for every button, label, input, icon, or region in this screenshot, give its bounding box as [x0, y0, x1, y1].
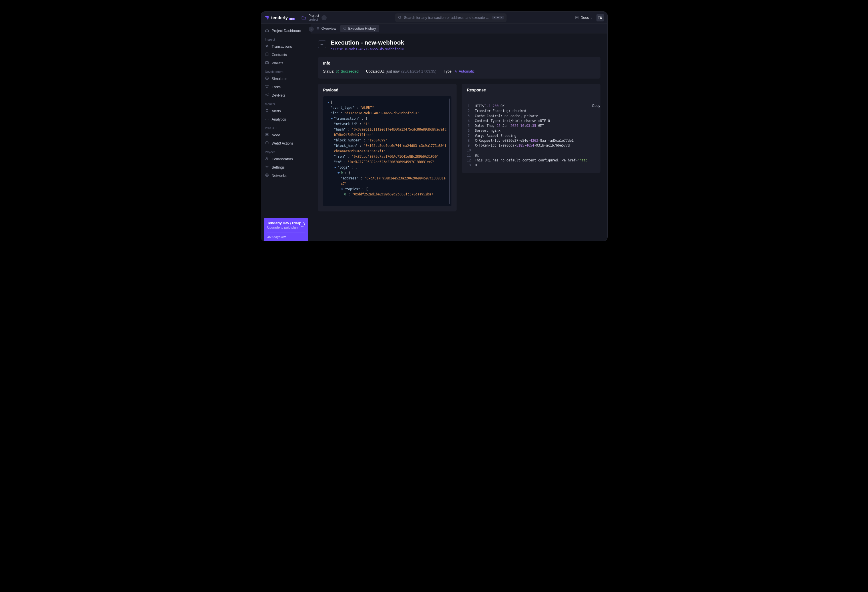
svg-point-10: [267, 85, 269, 86]
sidebar-item-networks[interactable]: Networks: [261, 172, 311, 180]
status-item: Status: Succeeded: [323, 70, 359, 73]
app-window: tenderly DEV Project project ⌄ Search fo…: [261, 12, 608, 241]
sidebar-head-inspect: Inspect: [261, 35, 311, 42]
network-icon: [265, 93, 269, 98]
status-badge: Succeeded: [336, 70, 359, 73]
type-item: Type: Automatic: [444, 70, 475, 73]
search-kbd: ⌘ + k: [492, 16, 504, 19]
response-code[interactable]: 1HTTP/1.1 200 OK 2Transfer-Encoding: chu…: [467, 104, 595, 168]
globe-icon: [265, 173, 269, 178]
payload-card: Payload { "event_type" : "ALERT" "id" : …: [318, 84, 457, 212]
logo[interactable]: tenderly DEV: [264, 15, 295, 20]
arrow-up-icon: ↑: [300, 222, 305, 227]
link-icon: [454, 70, 458, 73]
folder-icon: [301, 16, 306, 20]
copy-button[interactable]: Copy: [592, 104, 600, 108]
info-card: Info Status: Succeeded Updat: [318, 57, 601, 78]
search-icon: [398, 16, 402, 19]
book-icon: [575, 16, 579, 19]
check-icon: [336, 70, 340, 73]
svg-rect-15: [266, 133, 268, 135]
payload-header: Payload: [318, 84, 457, 96]
actions-icon: [265, 141, 269, 146]
gear-icon: [265, 165, 269, 170]
svg-point-17: [266, 157, 267, 158]
chart-icon: [265, 117, 269, 122]
sidebar: Project Dashboard Inspect Transactions C…: [261, 24, 311, 241]
tab-overview[interactable]: Overview: [313, 25, 339, 32]
svg-rect-16: [266, 135, 268, 136]
tab-history[interactable]: Execution History: [340, 25, 379, 32]
tabs: Overview Execution History: [311, 24, 607, 33]
avatar[interactable]: TD: [596, 14, 604, 21]
back-button[interactable]: ←: [318, 40, 326, 48]
response-card: Response Copy 1HTTP/1.1 200 OK 2Transfer…: [462, 84, 601, 173]
svg-point-12: [265, 95, 266, 95]
users-icon: [265, 157, 269, 161]
clock-icon: [343, 27, 347, 31]
sidebar-item-wallets[interactable]: Wallets: [261, 59, 311, 67]
svg-point-14: [267, 95, 268, 96]
project-sub: project: [309, 18, 319, 21]
sidebar-item-collaborators[interactable]: Collaborators: [261, 155, 311, 163]
logo-badge: DEV: [289, 18, 295, 20]
search-input[interactable]: Search for any transaction or address, a…: [395, 13, 506, 22]
svg-point-13: [267, 93, 268, 94]
home-icon: [265, 28, 269, 33]
sidebar-head-infra: Infra 3.0: [261, 123, 311, 131]
svg-line-1: [400, 18, 401, 19]
sidebar-item-devnets[interactable]: DevNets: [261, 91, 311, 99]
sidebar-head-project: Project: [261, 147, 311, 155]
upgrade-card[interactable]: Tenderly Dev (Trial) Upgrade to paid pla…: [264, 218, 308, 241]
sidebar-item-web3actions[interactable]: Web3 Actions: [261, 139, 311, 147]
payload-json[interactable]: { "event_type" : "ALERT" "id" : "d11c3c1…: [323, 96, 452, 206]
upgrade-title: Tenderly Dev (Trial): [267, 221, 305, 225]
docs-button[interactable]: Docs ⌄: [575, 15, 593, 20]
sidebar-head-monitor: Monitor: [261, 99, 311, 107]
sidebar-item-forks[interactable]: Forks: [261, 83, 311, 91]
swap-icon: [265, 44, 269, 49]
info-header: Info: [318, 57, 601, 70]
fork-icon: [265, 84, 269, 89]
main-content: Overview Execution History ← Execution -…: [311, 24, 607, 241]
svg-point-18: [267, 158, 268, 158]
search-placeholder: Search for any transaction or address, a…: [404, 16, 490, 20]
svg-point-9: [266, 85, 266, 86]
topbar: tenderly DEV Project project ⌄ Search fo…: [261, 12, 607, 24]
project-selector[interactable]: Project project ⌄: [301, 14, 326, 21]
execution-id: d11c3c1e-9eb1-4071-a655-d528dbbfbd81: [331, 47, 405, 51]
sidebar-item-transactions[interactable]: Transactions: [261, 42, 311, 50]
logo-text: tenderly: [271, 15, 288, 20]
document-icon: [265, 52, 269, 57]
svg-rect-5: [266, 53, 268, 56]
server-icon: [265, 133, 269, 138]
upgrade-sub: Upgrade to paid plan: [267, 226, 305, 229]
upgrade-days: 363 days left: [267, 232, 305, 238]
sidebar-item-analytics[interactable]: Analytics: [261, 115, 311, 123]
sidebar-item-node[interactable]: Node: [261, 131, 311, 139]
svg-point-11: [266, 87, 267, 88]
response-header: Response: [462, 84, 601, 96]
wallet-icon: [265, 61, 269, 65]
updated-item: Updated At: just now (25/01/2024 17:03:3…: [366, 70, 436, 73]
page-title: Execution - new-webhook: [331, 39, 405, 46]
svg-point-7: [267, 62, 268, 63]
list-icon: [316, 27, 320, 31]
svg-point-19: [266, 166, 267, 167]
sidebar-item-contracts[interactable]: Contracts: [261, 50, 311, 59]
tenderly-logo-icon: [264, 15, 270, 20]
sidebar-item-dashboard[interactable]: Project Dashboard: [261, 27, 311, 35]
collapse-sidebar-button[interactable]: ‹: [309, 27, 314, 32]
sidebar-item-simulator[interactable]: Simulator: [261, 75, 311, 83]
play-icon: [265, 76, 269, 81]
sidebar-head-dev: Development: [261, 67, 311, 75]
svg-point-0: [398, 16, 401, 19]
sidebar-item-alerts[interactable]: Alerts: [261, 107, 311, 115]
bell-icon: [265, 109, 269, 113]
project-name: Project: [309, 14, 319, 18]
chevron-down-icon: ⌄: [322, 15, 327, 20]
type-link[interactable]: Automatic: [454, 70, 475, 73]
chevron-down-icon: ⌄: [591, 16, 593, 19]
svg-point-22: [337, 70, 339, 73]
sidebar-item-settings[interactable]: Settings: [261, 163, 311, 172]
